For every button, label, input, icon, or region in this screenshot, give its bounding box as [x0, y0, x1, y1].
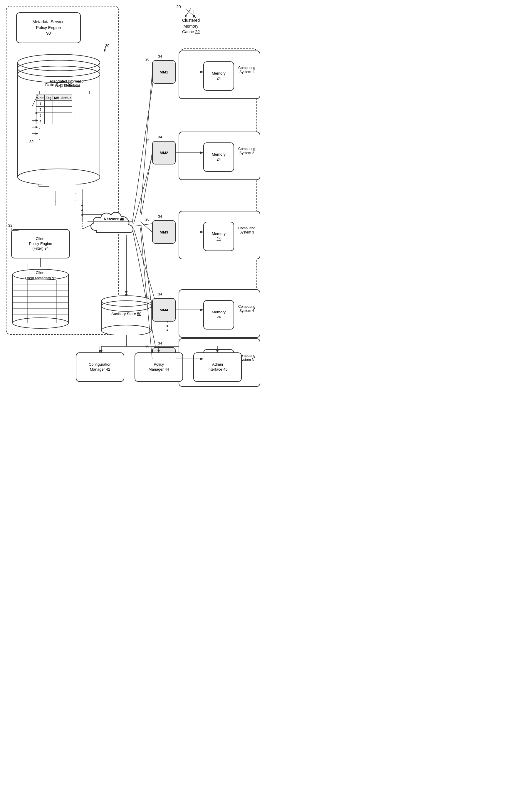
mm2-label: MM2 [160, 151, 168, 155]
mm4-box: MM4 [152, 298, 176, 322]
client-policy-engine-box: ClientPolicy Engine(Filter) 94 [11, 229, 70, 258]
memory24-4-label: Memory24 [212, 310, 226, 320]
data-store-ref: 80 [68, 82, 73, 87]
memory24-3-label: Memory24 [212, 231, 226, 242]
clustered-memory-cache-ref: 22 [195, 30, 200, 34]
configuration-manager-box: ConfigurationManager 42 [76, 352, 124, 382]
mm3-label: MM3 [160, 230, 168, 234]
ref34-5: 34 [158, 341, 162, 345]
mm3-box: MM3 [152, 220, 176, 244]
table-row: 2 [36, 107, 72, 113]
table-continuation: · · · [74, 111, 76, 124]
auxiliary-store-ref: 50 [137, 312, 141, 316]
row2-tag [45, 107, 53, 113]
ref26-5: 26 [146, 344, 149, 348]
svg-point-64 [101, 325, 151, 335]
memory24-3-box: Memory24 [203, 222, 234, 251]
computing-system-4-label: ComputingSystem 4 [236, 305, 257, 313]
ref34-4: 34 [158, 292, 162, 296]
row2-status [61, 107, 72, 113]
client-dots: · · · [26, 332, 32, 336]
memory24-4-box: Memory24 [203, 300, 234, 329]
policy-manager-ref: 44 [165, 367, 169, 371]
computing-system-3-label: ComputingSystem 3 [236, 226, 257, 234]
network-cloud: Network 40 [88, 206, 140, 238]
memory24-1-box: Memory24 [203, 61, 234, 91]
clustered-memory-cache-label: ClusteredMemoryCache 22 [182, 18, 200, 35]
computing-system-3-group: Memory24 ComputingSystem 3 [178, 211, 260, 259]
svg-point-51 [13, 318, 69, 328]
computing-system-1-label: ComputingSystem 1 [236, 66, 257, 74]
row1-status [61, 101, 72, 107]
memory24-1-ref: 24 [216, 76, 221, 80]
client-local-metadata-ref: 92 [52, 276, 56, 280]
svg-point-30 [167, 329, 168, 331]
ref82-bracket [32, 95, 40, 142]
row3-mm [53, 113, 61, 118]
row3-tag [45, 113, 53, 118]
architecture-diagram: 20 30 32 Metadata ServicePolicy Engine90 [0, 0, 266, 395]
policy-manager-box: PolicyManager 44 [135, 352, 183, 382]
row1-mm [53, 101, 61, 107]
network-ref: 40 [120, 217, 124, 221]
ref34-2: 34 [158, 135, 162, 139]
policy-manager-label: PolicyManager 44 [149, 362, 169, 372]
mm4-label: MM4 [160, 308, 168, 312]
admin-interface-ref: 46 [223, 367, 227, 371]
memory24-2-box: Memory24 [203, 142, 234, 172]
ref30-arrow-svg [98, 41, 116, 53]
computing-system-2-label: ComputingSystem 2 [236, 147, 257, 155]
memory24-2-label: Memory24 [212, 152, 226, 162]
client-policy-engine-ref: 94 [44, 246, 49, 251]
mm1-box: MM1 [152, 60, 176, 84]
col-status: Status [61, 95, 72, 101]
auxiliary-store-label: Auxiliary Store 50 [100, 311, 153, 316]
computing-system-4-group: Memory24 ComputingSystem 4 [178, 289, 260, 338]
svg-rect-49 [13, 275, 69, 323]
svg-line-43 [32, 95, 38, 107]
ref32-arrow [10, 228, 19, 233]
ref26-2: 26 [146, 138, 149, 142]
network-label: Network 40 [88, 217, 140, 221]
client-local-metadata-label: ClientLocal Metadata 92 [11, 270, 70, 281]
svg-point-39 [18, 169, 100, 185]
metadata-policy-engine-box: Metadata ServicePolicy Engine90 [16, 12, 81, 43]
ref26-1: 26 [146, 57, 149, 61]
memory24-2-ref: 24 [216, 157, 221, 161]
admin-interface-label: AdminInterface 46 [207, 362, 228, 372]
client-policy-engine-label: ClientPolicy Engine(Filter) 94 [29, 236, 52, 251]
configuration-manager-ref: 42 [106, 367, 110, 371]
row1-tag [45, 101, 53, 107]
row2-mm [53, 107, 61, 113]
col-mm: MM [53, 95, 61, 101]
table-ellipsis: ··· [36, 126, 72, 142]
row4-tag [45, 118, 53, 124]
table-row: 3 [36, 113, 72, 118]
ref34-3: 34 [158, 214, 162, 218]
table-row: 4 [36, 118, 72, 124]
svg-line-34 [185, 8, 191, 17]
data-table-container: Unit Tag MM Status 1 2 [36, 95, 72, 142]
client-local-metadata-cylinder: ClientLocal Metadata 92 [11, 267, 70, 329]
admin-interface-box: AdminInterface 46 [193, 352, 242, 382]
ref34-1: 34 [158, 54, 162, 58]
configuration-manager-label: ConfigurationManager 42 [89, 362, 111, 372]
associated-info-table: Unit Tag MM Status 1 2 [36, 95, 72, 124]
metadata-policy-engine-ref: 90 [46, 31, 51, 36]
row3-status [61, 113, 72, 118]
row4-status [61, 118, 72, 124]
data-store-below-dots: ··· [54, 189, 56, 214]
svg-point-29 [167, 325, 168, 327]
computing-system-2-group: Memory24 ComputingSystem 2 [178, 132, 260, 180]
memory24-1-label: Memory24 [212, 71, 226, 81]
metadata-policy-engine-label: Metadata ServicePolicy Engine90 [33, 19, 64, 36]
svg-line-81 [104, 43, 107, 52]
data-store-label: Data Store 80 [16, 82, 101, 88]
memory24-4-ref: 24 [216, 315, 221, 319]
left-dots: ··· [75, 190, 76, 211]
memory24-3-ref: 24 [216, 236, 221, 241]
computing-system-1-group: Memory24 ComputingSystem 1 [178, 51, 260, 99]
table-row: 1 [36, 101, 72, 107]
mm1-label: MM1 [160, 70, 168, 74]
row4-mm [53, 118, 61, 124]
